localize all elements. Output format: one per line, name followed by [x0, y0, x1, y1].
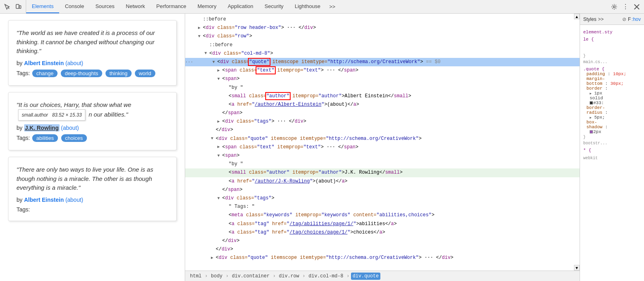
tag-world[interactable]: world	[135, 70, 155, 77]
about-link-1[interactable]: (about)	[65, 60, 83, 66]
breadcrumb-quote[interactable]: div.quote	[351, 273, 380, 280]
dom-line-meta[interactable]: <meta class="keywords" itemprop="keyword…	[185, 211, 580, 219]
dom-line-span-open[interactable]: ▼ <span>	[185, 75, 580, 83]
dom-line-span-close1[interactable]: </span>	[185, 109, 580, 117]
style-border-val2: solid	[590, 96, 641, 101]
filter-label: F	[628, 16, 631, 22]
more-tabs-button[interactable]: >>	[326, 0, 339, 13]
breadcrumb-bar: html › body › div.container › div.row › …	[185, 271, 580, 281]
dom-panel: ▲ ::before ▶ <div class="row header-box"…	[185, 14, 580, 281]
dom-line-quote3[interactable]: ▶ <div class="quote" itemscope itemtype=…	[185, 254, 580, 262]
expand-arrow: ▼	[217, 153, 222, 159]
border-color-swatch[interactable]	[590, 101, 593, 105]
quote-selector: .quote {	[583, 67, 641, 72]
tag-deep-thoughts[interactable]: deep-thoughts	[61, 70, 102, 77]
scroll-down-button[interactable]: ▼	[574, 265, 580, 271]
styles-panel-header: Styles >> ⊘ F :hov	[580, 14, 644, 25]
dom-line-by-text[interactable]: "by "	[185, 84, 580, 92]
cursor-icon[interactable]	[2, 2, 12, 12]
dom-line-tags-div[interactable]: ▶ <div class="tags"> ··· </div>	[185, 117, 580, 126]
dom-line-a-choices[interactable]: <a class="tag" href="/tag/choices/page/1…	[185, 228, 580, 237]
settings-icon[interactable]	[609, 2, 619, 12]
styles-more-button[interactable]: >>	[598, 16, 604, 22]
close-devtools-icon[interactable]	[632, 2, 642, 12]
breadcrumb-row[interactable]: div.row	[277, 273, 301, 280]
tab-lighthouse[interactable]: Lighthouse	[289, 0, 326, 13]
style-border-color: #33:	[590, 101, 641, 105]
tag-change[interactable]: change	[32, 70, 58, 77]
box-shadow-swatch[interactable]	[590, 130, 593, 133]
dom-line-quote2-open[interactable]: ▼ <div class="quote" itemscope itemtype=…	[185, 135, 580, 143]
expand-arrow: ▼	[211, 135, 216, 142]
breadcrumb-html[interactable]: html	[188, 273, 203, 280]
style-border-val: ▶ 1px	[590, 91, 641, 96]
dom-line-span-close2[interactable]: </span>	[185, 186, 580, 194]
quote-tags-1: Tags: change deep-thoughts thinking worl…	[17, 70, 168, 77]
dom-line-before2[interactable]: ::before	[185, 41, 580, 49]
expand-arrow: ▼	[213, 59, 217, 66]
dom-line-span-text[interactable]: ▶ <span class="text" itemprop="text"> ··…	[185, 66, 580, 75]
tag-thinking[interactable]: thinking	[105, 70, 132, 77]
breadcrumb-container[interactable]: div.container	[230, 273, 271, 280]
filter-hov[interactable]: :hov	[632, 16, 641, 22]
tag-abilities[interactable]: abilities	[32, 134, 58, 142]
author-link-1[interactable]: Albert Einstein	[24, 60, 64, 66]
author-link-2[interactable]: J.K. Rowling	[24, 124, 60, 131]
main-content: "The world as we have created it is a pr…	[0, 14, 644, 281]
dom-line-tags2-open[interactable]: ▼ <div class="tags">	[185, 194, 580, 203]
quote-card-1: "The world as we have created it is a pr…	[8, 20, 177, 86]
quote-tags-2: Tags: abilities choices	[17, 134, 168, 142]
tooltip-element-info: small.author 83.52 × 15.33	[18, 109, 85, 121]
dom-line-header-box[interactable]: ▶ <div class="row header-box"> ··· </div…	[185, 24, 580, 32]
about-link-2[interactable]: (about)	[61, 125, 79, 131]
expand-arrow: ▼	[217, 76, 222, 82]
tab-application[interactable]: Application	[222, 0, 259, 13]
device-icon[interactable]	[14, 2, 23, 12]
scroll-up-button[interactable]: ▲	[574, 14, 580, 19]
dom-tree[interactable]: ::before ▶ <div class="row header-box"> …	[185, 14, 580, 271]
more-options-icon[interactable]: ⋮	[621, 2, 630, 12]
tab-security[interactable]: Security	[259, 0, 289, 13]
style-box-shadow: box-	[586, 120, 641, 125]
dom-line-span2-open[interactable]: ▼ <span>	[185, 152, 580, 160]
wildcard-selector: * {	[583, 148, 641, 153]
tab-console[interactable]: Console	[59, 0, 90, 13]
dom-line-quote-close1[interactable]: </div>	[185, 126, 580, 134]
filter-icon[interactable]: ⊘	[622, 16, 626, 22]
webkit-source: webkit	[583, 156, 641, 160]
dom-line-a-abilities[interactable]: <a class="tag" href="/tag/abilities/page…	[185, 220, 580, 228]
element-style-selector2: le {	[583, 37, 641, 42]
dom-line-quote-selected[interactable]: ··· ▼ <div class="quote" itemscope itemt…	[185, 58, 580, 66]
dom-line-small-author-einstein[interactable]: <small class="author" itemprop="author">…	[185, 92, 580, 101]
about-link-3[interactable]: (about)	[65, 197, 83, 203]
svg-rect-1	[16, 4, 19, 8]
breadcrumb-col-md-8[interactable]: div.col-md-8	[307, 273, 345, 280]
tab-sources[interactable]: Sources	[90, 0, 120, 13]
dom-line-a-einstein[interactable]: <a href="/author/Albert-Einstein">(about…	[185, 101, 580, 109]
bootstrap-source[interactable]: bootstr...	[583, 141, 641, 146]
quote-tags-3: Tags:	[17, 206, 168, 213]
quote-by-2: by J.K. Rowling (about)	[17, 125, 168, 131]
author-link-3[interactable]: Albert Einstein	[24, 197, 64, 203]
tab-memory[interactable]: Memory	[192, 0, 222, 13]
expand-arrow: ▼	[217, 195, 222, 202]
expand-arrow: ▼	[198, 33, 203, 40]
dom-line-col-md-8[interactable]: ▼ <div class="col-md-8">	[185, 49, 580, 58]
dom-line-tags-close[interactable]: </div>	[185, 237, 580, 245]
dom-line-tags-text[interactable]: " Tags: "	[185, 203, 580, 211]
dom-line-a-rowling[interactable]: <a href="/author/J-K-Rowling">(about)</a…	[185, 177, 580, 186]
dom-line-span-text2[interactable]: ▶ <span class="text" itemprop="text"> ··…	[185, 143, 580, 152]
tab-performance[interactable]: Performance	[151, 0, 192, 13]
tab-network[interactable]: Network	[120, 0, 151, 13]
devtools-toolbar: Elements Console Sources Network Perform…	[0, 0, 644, 14]
tab-elements[interactable]: Elements	[26, 0, 59, 13]
dom-line-quote2-close[interactable]: </div>	[185, 245, 580, 254]
main-css-source[interactable]: main.cs...	[583, 60, 641, 64]
dom-line-small-author-rowling[interactable]: <small class="author" itemprop="author">…	[185, 168, 580, 177]
tag-choices[interactable]: choices	[61, 134, 87, 142]
dom-line-row-open[interactable]: ▼ <div class="row">	[185, 32, 580, 41]
dom-line-before1[interactable]: ::before	[185, 15, 580, 24]
devtools-tabs: Elements Console Sources Network Perform…	[26, 0, 339, 13]
breadcrumb-body[interactable]: body	[209, 273, 224, 280]
dom-line-by-text2[interactable]: "by "	[185, 160, 580, 168]
